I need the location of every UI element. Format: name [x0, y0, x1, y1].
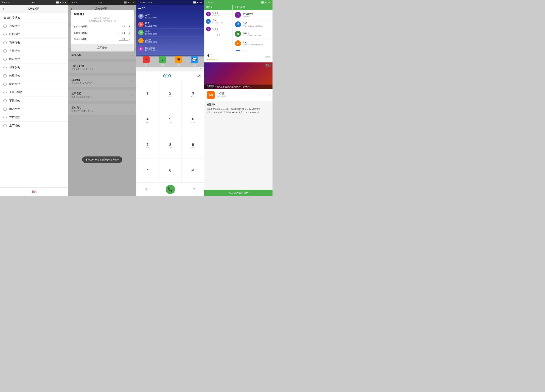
msg-1[interactable]: 宁 宁素英专号 这是什么... — [233, 10, 272, 20]
key-hash[interactable]: # — [182, 159, 204, 183]
options-list: 抖动特效 DX8特效 飞来飞去 九尾特效 匿名特效 飘来飘去 超炫特效 翻转特 — [0, 22, 68, 187]
msg-info-3: Nicole I can't call you well she... — [243, 32, 270, 36]
digit-9: 9 — [192, 142, 194, 147]
digit-5: 5 — [169, 117, 171, 121]
radio-shake — [3, 24, 7, 28]
apply-button[interactable]: 立即修改 — [71, 44, 134, 51]
key-4[interactable]: 4 GHI — [136, 107, 159, 133]
alpha-1 — [147, 96, 148, 97]
cancel-button[interactable]: 取消 — [0, 187, 68, 196]
wifi-4: ▲ — [265, 1, 266, 3]
app-message[interactable]: 💬 信息 — [191, 56, 198, 66]
msg-5[interactable]: 吴 吴辉 这是什么，我... — [233, 48, 272, 51]
contact-ningsuyingzh[interactable]: 宁 宁素英 0101001.5 — [204, 10, 232, 18]
app-animation-input[interactable] — [119, 38, 128, 41]
contact-wanglei[interactable]: 王 王磊 FX:0101 36.71 — [136, 29, 204, 37]
dialog-row-app: 程序动画时长 x — [71, 36, 134, 42]
key-2[interactable]: 2 ABC — [159, 81, 182, 107]
msg-avatar-1: 宁 — [235, 12, 241, 18]
key-1[interactable]: 1 — [136, 81, 159, 107]
music-app-label: 音乐 — [145, 64, 148, 66]
app-download[interactable]: ↓ 下载 — [159, 56, 166, 66]
stars-rating: ★★★★★ — [207, 58, 217, 61]
option-label-ud: 上下特效 — [9, 124, 20, 127]
digit-8: 8 — [169, 142, 171, 147]
dialer-actions: ≡ 📞 ⠿ — [136, 183, 204, 196]
msg-4[interactable]: A Andy I guess this to some right... — [233, 39, 272, 48]
radio-ud — [3, 124, 7, 127]
option-updown[interactable]: 上下特效 — [0, 122, 68, 130]
call-button[interactable]: 📞 — [166, 185, 175, 194]
app-chevron: › — [269, 93, 270, 97]
digit-7: 7 — [147, 142, 149, 147]
msg-3[interactable]: N Nicole I can't call you well she... — [233, 29, 272, 39]
app-rating-row[interactable]: Aa Aa字库 786个作品 › — [204, 89, 272, 101]
key-star[interactable]: * — [136, 159, 159, 183]
dialer-menu-icon[interactable]: ≡ — [145, 187, 148, 191]
msg-avatar-5: 吴 — [235, 50, 241, 51]
key-8[interactable]: 8 TUV — [159, 133, 182, 159]
msg-name-4: Andy — [243, 41, 270, 44]
avatar-ningsuyingzh: 宁 — [206, 12, 211, 16]
weather-bar: ☁ 8℃ — [136, 5, 204, 11]
key-9[interactable]: 9 WXYZ — [182, 133, 204, 159]
key-3[interactable]: 3 DEF — [182, 81, 204, 107]
dialer-number: 010 — [140, 73, 194, 79]
page-title-1: 高级设置 — [6, 7, 60, 11]
contact-wuhui[interactable]: 吴 吴辉 FX:0101 0024 — [136, 12, 204, 20]
messages-scroll: 宁 宁素英专号 这是什么... 吴 吴辉 I can't call you we… — [233, 10, 272, 51]
option-float[interactable]: 飘来飘去 — [0, 63, 68, 72]
window-animation-input[interactable] — [119, 25, 128, 28]
backspace-button[interactable]: ⌫ — [196, 74, 201, 78]
option-fly[interactable]: 飞来飞去 — [0, 38, 68, 47]
option-label-float: 飘来飘去 — [9, 66, 20, 69]
status-icons-3: ▐▐▐ ▲ 85⚡ — [192, 1, 203, 3]
option-ninetail[interactable]: 九尾特效 — [0, 47, 68, 55]
option-leftright[interactable]: 左右特效 — [0, 113, 68, 122]
digit-star: * — [147, 168, 148, 172]
app-mail[interactable]: ✉ 邮件 — [175, 56, 182, 66]
panel1-transition-effects: 上午10:25 0.0K/s ▐▐▐ ▲ 85 ⚡ ‹ 高级设置 选择过渡特效 … — [0, 0, 68, 196]
option-dx8[interactable]: DX8特效 — [0, 30, 68, 38]
split-view: 通讯录 宁 宁素英 0101001.5 吴 吴辉 FX:0101 0024 — [204, 5, 272, 51]
key-0[interactable]: 0 — [159, 159, 182, 183]
alpha-3: DEF — [191, 96, 195, 97]
dialog-label-app: 程序动画时长 — [74, 38, 117, 41]
contact-stephanie[interactable]: S Stephanie FX:0101 86.1 — [136, 45, 204, 53]
contact-zhangsai[interactable]: 张 张赛 FX:0101 0026 — [136, 20, 204, 29]
option-farnear[interactable]: 由远及近 — [0, 105, 68, 113]
option-super[interactable]: 超炫特效 — [0, 72, 68, 80]
avatar-jason: J — [138, 38, 143, 43]
contact-wuhui2[interactable]: 吴 吴辉 FX:0101 0024 — [204, 18, 232, 25]
score-val: 4.1 — [207, 53, 217, 58]
status-bar-3: 上午10:25 0.0K/s ▐▐▐ ▲ 85⚡ — [136, 0, 204, 5]
msg-2[interactable]: 吴 吴辉 I can't call you well she... — [233, 20, 272, 29]
ad-badge: 广告✕ — [265, 64, 271, 67]
digit-0: 0 — [169, 168, 171, 172]
transition-animation-input[interactable] — [119, 31, 128, 34]
wifi-3: ▲ — [197, 1, 198, 3]
dialer-grid-icon[interactable]: ⠿ — [193, 188, 195, 191]
contact-info-stephanie: Stephanie FX:0101 86.1 — [145, 47, 156, 51]
contact-jason[interactable]: J Jason FX:0101 0029 — [136, 37, 204, 45]
score-left: 4.1 ★★★★★ — [207, 53, 217, 61]
contact-ningsuying2[interactable]: 宁 宁素英 — [204, 25, 232, 33]
key-7[interactable]: 7 PQRS — [136, 133, 159, 159]
option-pulldown[interactable]: 下拉特效 — [0, 97, 68, 105]
score-row: 4.1 ★★★★★ 9米市 — [204, 51, 272, 62]
back-button-1[interactable]: ‹ — [3, 7, 4, 11]
bottom-bar[interactable]: 免头条@卑鄙坏Baby — [204, 190, 272, 196]
contact-name-zhangsai: 张赛 — [145, 22, 157, 25]
key-6[interactable]: 6 MNO — [182, 107, 204, 133]
option-shake[interactable]: 抖动特效 — [0, 22, 68, 30]
option-anonymous[interactable]: 匿名特效 — [0, 55, 68, 63]
app-music[interactable]: ♪ 音乐 — [142, 56, 150, 66]
status-icons-4: ▐▐▐ ▲ 85⚡ — [260, 1, 271, 3]
bilibili-logo: 哔哩哔哩 — [206, 84, 215, 88]
option-flip[interactable]: 翻转特效 — [0, 80, 68, 88]
digit-1: 1 — [147, 91, 149, 96]
option-topmidbottom[interactable]: 上中下特效 — [0, 88, 68, 97]
radio-tmb — [3, 91, 7, 94]
key-5[interactable]: 5 JKL — [159, 107, 182, 133]
option-label-dx8: DX8特效 — [9, 33, 20, 36]
